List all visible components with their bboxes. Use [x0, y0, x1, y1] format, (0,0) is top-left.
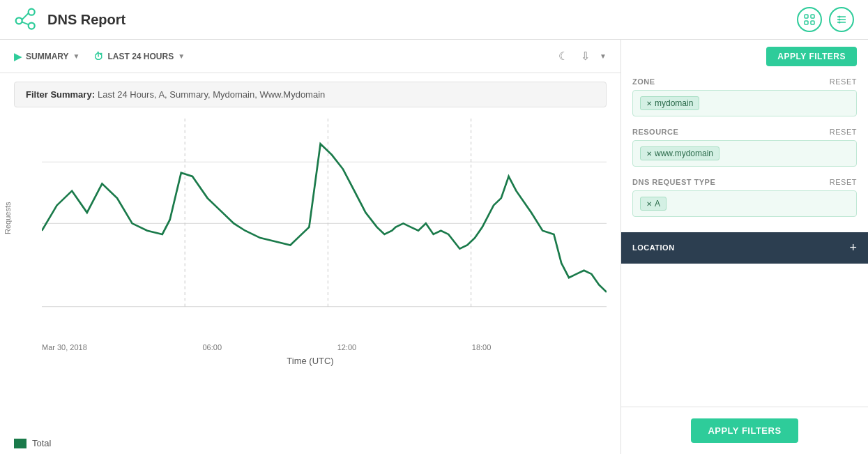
time-label: LAST 24 HOURS [107, 52, 174, 61]
grid-view-button[interactable] [797, 7, 822, 32]
x-tick-2: 12:00 [337, 343, 357, 351]
list-icon [836, 14, 847, 25]
dns-header: DNS REQUEST TYPE RESET [632, 178, 857, 186]
header: DNS Report [0, 0, 868, 40]
zone-filter-section: ZONE RESET ✕ mydomain [632, 77, 857, 116]
time-chevron: ▼ [178, 52, 185, 60]
dns-reset-button[interactable]: RESET [830, 178, 857, 186]
svg-rect-5 [805, 15, 808, 18]
svg-rect-8 [811, 21, 814, 24]
toolbar: ▶ SUMMARY ▼ ⏱ LAST 24 HOURS ▼ ☾ ⇩ ▼ [0, 40, 620, 73]
time-selector[interactable]: ⏱ LAST 24 HOURS ▼ [93, 51, 185, 62]
sidebar-spacer [621, 264, 868, 407]
apply-filters-bottom-section: APPLY FILTERS [621, 407, 868, 454]
chart-container: Requests 10 5 [14, 119, 607, 342]
svg-rect-7 [805, 21, 808, 24]
zone-input-box[interactable]: ✕ mydomain [632, 90, 857, 116]
dns-tag-remove[interactable]: ✕ [646, 200, 652, 208]
svg-rect-6 [811, 15, 814, 18]
x-tick-0: Mar 30, 2018 [42, 343, 87, 351]
resource-tag-value: www.mydomain [655, 149, 713, 158]
chart-inner: 10 5.0 [42, 119, 607, 342]
resource-tag: ✕ www.mydomain [640, 146, 719, 160]
summary-label: SUMMARY [26, 52, 69, 61]
y-axis-label: Requests [3, 202, 12, 234]
x-tick-1: 06:00 [202, 343, 222, 351]
zone-header: ZONE RESET [632, 77, 857, 86]
dns-filter-section: DNS REQUEST TYPE RESET ✕ A [632, 178, 857, 217]
zone-reset-button[interactable]: RESET [830, 77, 857, 86]
summary-icon: ▶ [14, 51, 22, 62]
filter-summary-text: Last 24 Hours, A, Summary, Mydomain, Www… [98, 89, 325, 100]
svg-point-14 [839, 22, 841, 24]
resource-label: RESOURCE [632, 128, 678, 136]
svg-line-3 [22, 13, 29, 20]
filter-summary-bar: Filter Summary:Last 24 Hours, A, Summary… [14, 82, 607, 107]
toolbar-right: ☾ ⇩ ▼ [556, 47, 607, 66]
svg-point-12 [839, 16, 841, 18]
toolbar-left: ▶ SUMMARY ▼ ⏱ LAST 24 HOURS ▼ [14, 51, 185, 62]
svg-point-1 [16, 17, 22, 24]
grid-icon [804, 14, 815, 25]
resource-reset-button[interactable]: RESET [830, 128, 857, 136]
header-icons [797, 7, 854, 32]
sidebar-header-row: APPLY FILTERS [621, 40, 868, 66]
header-left: DNS Report [14, 7, 125, 32]
moon-button[interactable]: ☾ [556, 47, 571, 66]
dns-label: DNS REQUEST TYPE [632, 178, 715, 186]
summary-selector[interactable]: ▶ SUMMARY ▼ [14, 51, 79, 62]
list-view-button[interactable] [829, 7, 854, 32]
legend-color-total [14, 439, 26, 448]
x-axis-title: Time (UTC) [14, 356, 607, 366]
export-chevron: ▼ [600, 52, 607, 60]
left-content: ▶ SUMMARY ▼ ⏱ LAST 24 HOURS ▼ ☾ ⇩ ▼ Filt… [0, 40, 620, 454]
resource-header: RESOURCE RESET [632, 128, 857, 136]
page-title: DNS Report [47, 12, 125, 28]
svg-point-2 [29, 23, 35, 29]
chart-area: Requests 10 5 [0, 116, 620, 432]
legend-label-total: Total [32, 438, 51, 448]
logo-icon [14, 7, 39, 32]
location-expand-icon: + [849, 241, 857, 255]
zone-tag: ✕ mydomain [640, 96, 699, 110]
svg-point-0 [29, 9, 35, 15]
x-tick-3: 18:00 [472, 343, 492, 351]
resource-tag-remove[interactable]: ✕ [646, 150, 652, 158]
sidebar-filters: ZONE RESET ✕ mydomain RESOURCE RESET [621, 66, 868, 232]
dns-input-box[interactable]: ✕ A [632, 190, 857, 217]
svg-point-13 [839, 19, 841, 21]
zone-label: ZONE [632, 77, 655, 86]
main-layout: ▶ SUMMARY ▼ ⏱ LAST 24 HOURS ▼ ☾ ⇩ ▼ Filt… [0, 40, 868, 454]
filter-summary-label: Filter Summary: [26, 89, 95, 100]
apply-filters-bottom-button[interactable]: APPLY FILTERS [691, 418, 798, 443]
zone-tag-remove[interactable]: ✕ [646, 100, 652, 107]
svg-line-4 [22, 22, 29, 25]
dns-tag: ✕ A [640, 197, 667, 211]
resource-filter-section: RESOURCE RESET ✕ www.mydomain [632, 128, 857, 167]
chart-svg: 10 5.0 [42, 119, 607, 314]
export-button[interactable]: ⇩ [578, 47, 593, 66]
chart-legend: Total [0, 432, 620, 454]
clock-icon: ⏱ [93, 51, 103, 62]
summary-chevron: ▼ [73, 52, 80, 60]
resource-input-box[interactable]: ✕ www.mydomain [632, 140, 857, 167]
zone-tag-value: mydomain [655, 98, 693, 108]
x-axis-labels: Mar 30, 2018 06:00 12:00 18:00 [42, 343, 607, 351]
apply-filters-top-button[interactable]: APPLY FILTERS [766, 47, 857, 66]
location-label: LOCATION [632, 243, 675, 252]
dns-tag-value: A [655, 199, 660, 209]
location-section[interactable]: LOCATION + [621, 232, 868, 264]
right-sidebar: APPLY FILTERS ZONE RESET ✕ mydomain [620, 40, 868, 454]
